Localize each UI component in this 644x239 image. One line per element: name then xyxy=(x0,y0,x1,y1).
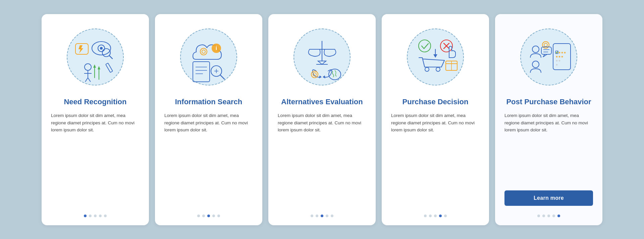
svg-point-17 xyxy=(200,48,207,55)
dot xyxy=(84,215,87,217)
card-text: Lorem ipsum dolor sit dim amet, mea regi… xyxy=(391,112,480,204)
dot xyxy=(207,215,210,217)
dot xyxy=(444,215,447,217)
svg-rect-21 xyxy=(193,62,210,82)
post-purchase-behavior-icon: ★★★★ ★★★ ★★ ★ xyxy=(523,31,575,83)
svg-point-18 xyxy=(202,50,205,53)
dot xyxy=(542,215,545,217)
svg-line-4 xyxy=(109,56,112,59)
dot xyxy=(212,215,215,217)
svg-marker-6 xyxy=(78,45,83,53)
svg-marker-13 xyxy=(93,64,96,68)
card-title: Information Search xyxy=(175,97,242,107)
svg-point-56 xyxy=(532,61,539,68)
svg-text:★: ★ xyxy=(555,63,558,66)
card-information-search: i Information Search Lorem ipsum dolor s… xyxy=(155,14,262,225)
purchase-decision-icon-area xyxy=(402,23,469,91)
svg-point-38 xyxy=(419,40,431,52)
card-dots xyxy=(537,211,560,217)
svg-marker-33 xyxy=(319,75,322,78)
need-recognition-icon xyxy=(69,31,121,83)
card-need-recognition: Need Recognition Lorem ipsum dolor sit d… xyxy=(42,14,149,225)
dot xyxy=(552,215,555,217)
dot xyxy=(311,215,313,217)
learn-more-button[interactable]: Learn more xyxy=(504,190,593,206)
svg-marker-15 xyxy=(98,66,100,69)
svg-marker-34 xyxy=(323,75,325,78)
dot xyxy=(439,215,442,217)
dot xyxy=(94,215,97,217)
dot xyxy=(316,215,318,217)
alternatives-evaluation-icon-area xyxy=(288,23,356,91)
svg-line-26 xyxy=(220,75,224,79)
svg-line-10 xyxy=(85,78,88,82)
svg-marker-60 xyxy=(543,54,547,57)
alternatives-evaluation-icon xyxy=(296,31,348,83)
card-text: Lorem ipsum dolor sit dim amet, mea regi… xyxy=(278,112,366,204)
svg-text:★★★: ★★★ xyxy=(555,55,564,58)
svg-line-11 xyxy=(88,78,91,82)
cards-container: Need Recognition Lorem ipsum dolor sit d… xyxy=(28,4,616,235)
card-text: Lorem ipsum dolor sit dim amet, mea regi… xyxy=(164,112,253,204)
dot xyxy=(424,215,427,217)
card-dots xyxy=(84,211,107,217)
dot xyxy=(326,215,328,217)
dot xyxy=(434,215,437,217)
information-search-icon-area: i xyxy=(175,23,242,91)
dot xyxy=(429,215,432,217)
svg-point-43 xyxy=(436,67,440,71)
dot xyxy=(557,215,560,217)
svg-point-7 xyxy=(85,64,91,70)
card-title: Post Purchase Behavior xyxy=(506,97,591,107)
dot xyxy=(547,215,550,217)
post-purchase-behavior-icon-area: ★★★★ ★★★ ★★ ★ xyxy=(515,23,582,91)
dot xyxy=(331,215,333,217)
dot xyxy=(197,215,200,217)
dot xyxy=(537,215,540,217)
dot xyxy=(202,215,205,217)
dot xyxy=(99,215,102,217)
svg-point-55 xyxy=(532,46,539,53)
information-search-icon: i xyxy=(183,31,235,83)
dot xyxy=(104,215,107,217)
dot xyxy=(89,215,92,217)
svg-point-35 xyxy=(311,71,318,78)
card-dots xyxy=(311,211,333,217)
dot xyxy=(217,215,220,217)
card-title: Purchase Decision xyxy=(402,97,469,107)
svg-point-42 xyxy=(425,67,429,71)
card-text: Lorem ipsum dolor sit dim amet, mea regi… xyxy=(51,112,140,204)
card-post-purchase-behavior: ★★★★ ★★★ ★★ ★ Po xyxy=(495,14,602,225)
dot xyxy=(321,215,323,217)
card-dots xyxy=(197,211,220,217)
need-recognition-icon-area xyxy=(62,23,129,91)
purchase-decision-icon xyxy=(410,31,462,83)
svg-marker-31 xyxy=(318,61,326,64)
card-text: Lorem ipsum dolor sit dim amet, mea regi… xyxy=(504,112,593,183)
svg-marker-45 xyxy=(433,54,437,58)
svg-point-58 xyxy=(544,43,547,47)
svg-text:i: i xyxy=(215,45,217,51)
card-dots xyxy=(424,211,447,217)
card-alternatives-evaluation: Alternatives Evaluation Lorem ipsum dolo… xyxy=(268,14,376,225)
svg-point-2 xyxy=(100,47,103,50)
card-title: Alternatives Evaluation xyxy=(281,97,363,107)
svg-rect-16 xyxy=(106,63,113,72)
svg-text:★★: ★★ xyxy=(555,59,561,62)
card-title: Need Recognition xyxy=(64,97,126,107)
card-purchase-decision: Purchase Decision Lorem ipsum dolor sit … xyxy=(382,14,489,225)
